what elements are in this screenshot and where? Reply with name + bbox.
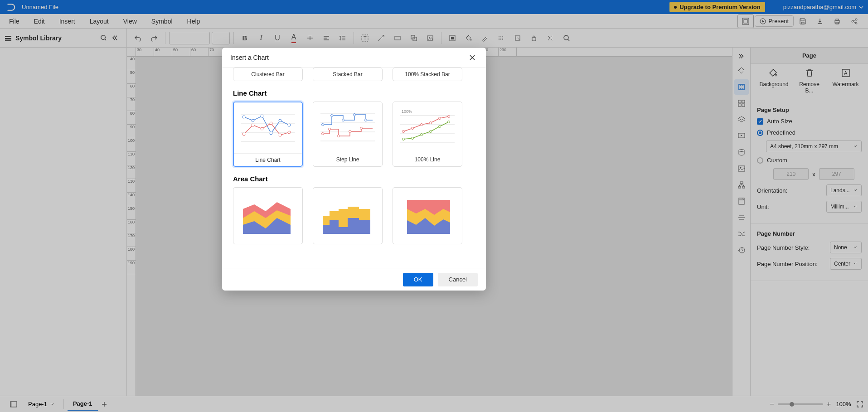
svg-point-77 [322, 133, 324, 135]
svg-point-72 [322, 124, 324, 126]
chart-option-step-area[interactable] [313, 187, 383, 244]
line-chart-section-heading: Line Chart [233, 89, 475, 97]
svg-point-58 [261, 115, 263, 117]
svg-point-78 [329, 128, 331, 131]
svg-point-94 [412, 137, 414, 140]
svg-point-64 [261, 127, 263, 130]
close-icon[interactable] [467, 52, 478, 63]
svg-point-65 [270, 122, 272, 125]
svg-point-63 [252, 124, 254, 126]
chart-option-area[interactable] [233, 187, 303, 244]
svg-point-75 [354, 114, 356, 116]
svg-text:100%: 100% [402, 109, 412, 114]
svg-point-81 [360, 127, 363, 130]
svg-point-74 [342, 119, 344, 121]
svg-point-76 [365, 119, 367, 121]
svg-point-61 [288, 124, 291, 126]
cancel-button[interactable]: Cancel [438, 273, 478, 286]
chart-option-stacked-bar[interactable]: Stacked Bar [313, 68, 383, 81]
chart-option-line-chart[interactable]: Line Chart [233, 102, 303, 167]
svg-point-92 [448, 116, 450, 118]
svg-point-98 [448, 121, 450, 123]
chart-option-100-stacked-bar[interactable]: 100% Stacked Bar [393, 68, 462, 81]
svg-point-93 [402, 138, 405, 141]
svg-point-62 [242, 133, 245, 136]
svg-point-91 [439, 117, 441, 120]
chart-option-clustered-bar[interactable]: Clustered Bar [233, 68, 303, 81]
svg-point-95 [421, 134, 423, 136]
svg-point-73 [331, 115, 333, 117]
svg-point-97 [439, 126, 441, 128]
svg-point-79 [338, 135, 340, 137]
svg-point-57 [252, 119, 254, 122]
svg-point-66 [279, 134, 281, 136]
svg-point-80 [349, 131, 351, 133]
svg-point-90 [430, 122, 432, 124]
svg-point-60 [279, 119, 281, 122]
chart-option-step-line[interactable]: Step Line [313, 102, 383, 167]
svg-point-96 [430, 131, 432, 133]
chart-option-100-line[interactable]: 100% 100% Line [393, 102, 462, 167]
svg-point-56 [242, 116, 245, 118]
area-chart-section-heading: Area Chart [233, 175, 475, 183]
chart-option-stacked-area[interactable] [393, 187, 462, 244]
svg-point-89 [421, 124, 423, 126]
svg-point-88 [412, 127, 414, 130]
svg-point-87 [402, 131, 405, 133]
ok-button[interactable]: OK [403, 273, 433, 286]
insert-chart-dialog: Insert a Chart Clustered Bar Stacked Bar… [222, 48, 486, 291]
dialog-title: Insert a Chart [230, 54, 269, 61]
svg-point-67 [288, 131, 291, 134]
svg-point-59 [270, 132, 272, 135]
